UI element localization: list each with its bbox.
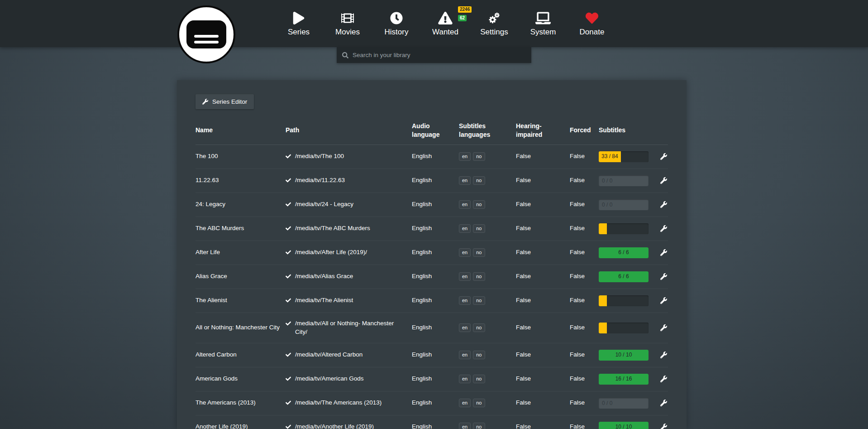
nav-item-movies[interactable]: Movies	[323, 0, 372, 47]
subtitles-progress-fill: 10 / 10	[599, 350, 649, 361]
hearing-impaired: False	[516, 399, 570, 407]
subtitles-progress-fill: 10 / 10	[599, 422, 649, 429]
nav-label: Donate	[580, 28, 605, 37]
heart-icon	[584, 11, 600, 24]
series-path-cell: /media/tv/11.22.63	[286, 176, 412, 185]
table-row: The ABC Murders /media/tv/The ABC Murder…	[196, 217, 668, 241]
series-name[interactable]: The Alienist	[196, 296, 286, 305]
series-name[interactable]: Alias Grace	[196, 272, 286, 281]
series-path-cell: /media/tv/American Gods	[286, 375, 412, 383]
wanted-count-badge: 62	[458, 15, 467, 21]
nav-label: Series	[288, 28, 310, 37]
table-row: The 100 /media/tv/The 100 English enno F…	[196, 145, 668, 169]
search-input[interactable]	[353, 52, 526, 58]
subtitles-languages: enno	[459, 399, 516, 407]
series-name[interactable]: Another Life (2019)	[196, 423, 286, 429]
wrench-icon	[202, 99, 208, 105]
column-header-hearing-impaired: Hearing-impaired	[516, 122, 570, 139]
bazarr-logo[interactable]	[177, 5, 235, 63]
table-row: 24: Legacy /media/tv/24 - Legacy English…	[196, 193, 668, 217]
series-name[interactable]: The Americans (2013)	[196, 399, 286, 407]
audio-language: English	[412, 323, 459, 332]
audio-language: English	[412, 200, 459, 209]
nav-label: History	[385, 28, 409, 37]
edit-series-wrench-icon[interactable]	[660, 153, 667, 160]
edit-series-wrench-icon[interactable]	[660, 273, 667, 280]
subtitle-language-chip: no	[473, 224, 485, 233]
edit-series-wrench-icon[interactable]	[660, 352, 667, 358]
subtitles-progress	[599, 223, 649, 234]
series-path-cell: /media/tv/After Life (2019)/	[286, 248, 412, 257]
check-icon	[286, 178, 291, 183]
column-header-forced: Forced	[570, 126, 599, 135]
hearing-impaired: False	[516, 200, 570, 209]
series-table: Name Path Audio language Subtitles langu…	[196, 119, 668, 429]
series-path-cell: /media/tv/The Americans (2013)	[286, 399, 412, 407]
subtitles-progress-fill	[599, 223, 607, 234]
forced: False	[570, 272, 599, 281]
content-panel: Series Editor Name Path Audio language S…	[177, 80, 687, 429]
column-header-subtitles: Subtitles	[599, 126, 657, 135]
edit-series-wrench-icon[interactable]	[660, 297, 667, 304]
nav-item-donate[interactable]: Donate	[568, 0, 616, 47]
warning-triangle-icon	[438, 11, 453, 24]
column-header-name: Name	[196, 126, 286, 135]
subtitles-progress-fill: 6 / 6	[599, 271, 649, 282]
nav-item-settings[interactable]: Settings	[470, 0, 519, 47]
subtitle-language-chip: en	[459, 176, 471, 185]
forced: False	[570, 323, 599, 332]
series-name[interactable]: 24: Legacy	[196, 200, 286, 209]
edit-series-wrench-icon[interactable]	[660, 201, 667, 208]
subtitles-languages: enno	[459, 200, 516, 209]
nav-item-system[interactable]: System	[519, 0, 568, 47]
subtitle-language-chip: en	[459, 200, 471, 209]
edit-series-wrench-icon[interactable]	[660, 400, 667, 406]
series-name[interactable]: 11.22.63	[196, 176, 286, 185]
series-name[interactable]: The ABC Murders	[196, 224, 286, 233]
series-editor-button[interactable]: Series Editor	[196, 94, 254, 109]
logo-card	[186, 20, 226, 48]
forced: False	[570, 248, 599, 257]
hearing-impaired: False	[516, 296, 570, 305]
table-row: Altered Carbon /media/tv/Altered Carbon …	[196, 343, 668, 367]
nav-item-history[interactable]: History	[372, 0, 421, 47]
series-name[interactable]: Altered Carbon	[196, 351, 286, 359]
subtitle-language-chip: en	[459, 152, 471, 161]
series-path: /media/tv/The 100	[295, 152, 344, 161]
series-name[interactable]: All or Nothing: Manchester City	[196, 323, 286, 332]
logo-subtitle-line	[194, 35, 219, 38]
series-path-cell: /media/tv/Altered Carbon	[286, 351, 412, 359]
hearing-impaired: False	[516, 152, 570, 161]
subtitle-language-chip: en	[459, 224, 471, 233]
forced: False	[570, 152, 599, 161]
series-path: /media/tv/Alias Grace	[295, 272, 353, 281]
series-name[interactable]: After Life	[196, 248, 286, 257]
edit-series-wrench-icon[interactable]	[660, 324, 667, 331]
series-path-cell: /media/tv/The Alienist	[286, 296, 412, 305]
forced: False	[570, 423, 599, 429]
check-icon	[286, 376, 291, 381]
edit-series-wrench-icon[interactable]	[660, 177, 667, 184]
subtitles-progress-fill: 16 / 16	[599, 374, 649, 385]
edit-series-wrench-icon[interactable]	[660, 424, 667, 429]
edit-series-wrench-icon[interactable]	[660, 225, 667, 232]
nav-label: Movies	[335, 28, 360, 37]
play-icon	[291, 11, 306, 24]
nav-item-series[interactable]: Series	[274, 0, 323, 47]
series-path: /media/tv/Another Life (2019)	[295, 423, 374, 429]
check-icon	[286, 274, 291, 279]
subtitles-progress-fill	[599, 323, 607, 333]
subtitle-language-chip: en	[459, 423, 471, 429]
subtitle-language-chip: en	[459, 375, 471, 383]
edit-series-wrench-icon[interactable]	[660, 249, 667, 256]
subtitles-progress: 16 / 16	[599, 374, 649, 385]
search-bar[interactable]	[337, 47, 531, 63]
series-name[interactable]: American Gods	[196, 375, 286, 383]
series-path-cell: /media/tv/24 - Legacy	[286, 200, 412, 209]
nav-item-wanted[interactable]: Wanted 224662	[421, 0, 470, 47]
table-row: 11.22.63 /media/tv/11.22.63 English enno…	[196, 169, 668, 193]
subtitle-language-chip: no	[473, 296, 485, 305]
series-editor-label: Series Editor	[212, 98, 247, 105]
edit-series-wrench-icon[interactable]	[660, 376, 667, 382]
series-name[interactable]: The 100	[196, 152, 286, 161]
